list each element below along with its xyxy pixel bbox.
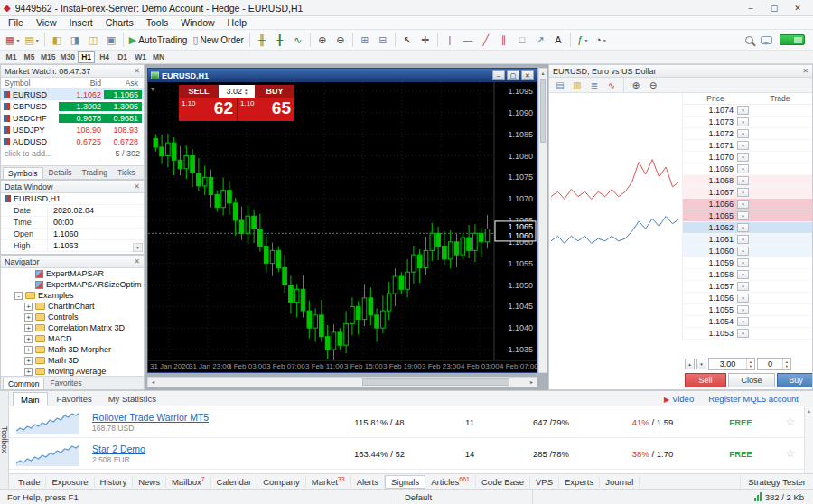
community-chat-icon[interactable] <box>761 36 772 44</box>
volume-down-icon[interactable]: ▾ <box>747 364 754 369</box>
dom-sell-button[interactable]: Sell <box>685 373 726 387</box>
market-watch-tab-ticks[interactable]: Ticks <box>113 167 140 179</box>
tile-windows-button[interactable]: ⊞ <box>356 32 374 49</box>
navigator-toggle-button[interactable]: ◫ <box>84 32 102 49</box>
toolbox-tab-trade[interactable]: Trade <box>13 476 46 488</box>
minimize-button[interactable]: – <box>739 1 762 15</box>
indicators-button[interactable]: ƒ▾ <box>574 32 592 49</box>
dom-price-row[interactable]: 1.1061▾ <box>683 234 812 246</box>
arrows-button[interactable]: ↗ <box>531 32 549 49</box>
toolbox-toggle-button[interactable]: ▣ <box>102 32 120 49</box>
menu-tools[interactable]: Tools <box>140 17 175 28</box>
dom-price-row[interactable]: 1.1054▾ <box>683 316 812 328</box>
tree-expander-icon[interactable]: + <box>24 335 33 343</box>
toolbox-dock-strip[interactable]: Toolbox <box>0 390 9 489</box>
dom-trade-dropdown-icon[interactable]: ▾ <box>737 223 749 232</box>
dom-price-row[interactable]: 1.1073▾ <box>683 117 812 128</box>
one-click-sell-button[interactable]: SELL <box>179 85 219 98</box>
dom-tick-chart-icon[interactable]: ∿ <box>603 79 620 91</box>
dom-price-row[interactable]: 1.1074▾ <box>683 105 812 117</box>
tree-expander-icon[interactable]: + <box>24 324 33 332</box>
one-click-buy-button[interactable]: BUY <box>255 85 294 98</box>
market-watch-tab-trading[interactable]: Trading <box>78 167 113 179</box>
spread-down-icon[interactable]: ▾ <box>245 91 248 95</box>
dom-trade-dropdown-icon[interactable]: ▾ <box>737 317 749 326</box>
dom-price-row[interactable]: 1.1055▾ <box>683 304 812 316</box>
dom-depth-icon[interactable]: ▥ <box>569 79 585 91</box>
toolbox-tab-calendar[interactable]: Calendar <box>211 476 258 488</box>
chart-window-titlebar[interactable]: EURUSD,H1 – ▢ ✕ <box>148 69 537 82</box>
lot-down-button[interactable]: ▾ <box>696 359 706 369</box>
market-watch-row[interactable]: USDCHF0.96780.9681 <box>1 112 144 124</box>
dom-zoom-in-icon[interactable]: ⊕ <box>628 79 644 91</box>
chart-minimize-button[interactable]: – <box>492 70 505 80</box>
stop-down-icon[interactable]: ▾ <box>783 364 790 369</box>
tree-expander-icon[interactable]: + <box>24 303 33 311</box>
dom-price-row[interactable]: 1.1069▾ <box>683 163 812 175</box>
market-watch-row[interactable]: AUDUSD0.67250.6728 <box>1 135 144 147</box>
navigator-item-chartinchart[interactable]: +ChartInChart <box>1 301 144 312</box>
toolbox-vertical-label[interactable]: Toolbox <box>0 426 9 453</box>
new-chart-button[interactable]: ▦▾ <box>3 32 22 49</box>
dom-price-row[interactable]: 1.1059▾ <box>683 257 812 269</box>
dom-price-row[interactable]: 1.1071▾ <box>683 140 812 152</box>
toolbox-tab-market[interactable]: Market33 <box>306 475 351 488</box>
dom-trade-dropdown-icon[interactable]: ▾ <box>737 270 749 279</box>
dom-trade-dropdown-icon[interactable]: ▾ <box>737 188 749 197</box>
signals-tab-my-statistics[interactable]: My Statistics <box>101 392 164 406</box>
add-symbol-label[interactable]: click to add... <box>5 149 52 158</box>
toolbox-tab-code-base[interactable]: Code Base <box>476 476 530 488</box>
toolbox-tab-company[interactable]: Company <box>257 476 306 488</box>
timeframe-m30[interactable]: M30 <box>59 51 78 63</box>
dom-price-row[interactable]: 1.1066▾ <box>683 199 812 210</box>
data-window-toggle-button[interactable]: ◨ <box>66 32 84 49</box>
market-watch-add-row[interactable]: click to add... 5 / 302 <box>1 147 144 159</box>
dom-trade-dropdown-icon[interactable]: ▾ <box>737 294 749 303</box>
dom-tick-chart[interactable] <box>549 93 683 340</box>
sell-price-display[interactable]: 1.10 62 <box>179 98 237 121</box>
signal-name-link[interactable]: Star 2 Demo <box>92 443 321 454</box>
equidistant-channel-button[interactable]: ∥ <box>495 32 513 49</box>
timeframes-menu-button[interactable]: ◔▾ <box>592 32 610 49</box>
arrange-windows-button[interactable]: ⊟ <box>374 32 392 49</box>
navigator-tab-common[interactable]: Common <box>3 378 44 389</box>
text-label-button[interactable]: A <box>549 32 567 49</box>
spread-stepper[interactable]: ▴ ▾ <box>245 88 248 95</box>
volume-field[interactable]: 3.00 ▴ ▾ <box>708 358 755 370</box>
scroll-left-icon[interactable]: ◂ <box>148 378 158 387</box>
timeframe-h4[interactable]: H4 <box>96 51 113 63</box>
dom-price-row[interactable]: 1.1062▾ <box>683 222 812 234</box>
tree-expander-icon[interactable]: + <box>24 368 33 376</box>
dom-price-row[interactable]: 1.1067▾ <box>683 187 812 199</box>
dom-price-row[interactable]: 1.1053▾ <box>683 328 812 340</box>
tree-expander-icon[interactable]: + <box>24 313 33 322</box>
market-watch-toggle-button[interactable]: ◧ <box>48 32 66 49</box>
dom-price-row[interactable]: 1.1057▾ <box>683 281 812 293</box>
toolbox-tab-vps[interactable]: VPS <box>530 476 559 488</box>
menu-view[interactable]: View <box>30 17 63 28</box>
dom-trade-dropdown-icon[interactable]: ▾ <box>737 305 749 314</box>
dom-price-row[interactable]: 1.1056▾ <box>683 293 812 304</box>
navigator-item-macd[interactable]: +MACD <box>1 333 144 344</box>
data-window-scroll-down[interactable]: ▾ <box>133 243 143 252</box>
column-bid[interactable]: Bid <box>59 79 104 88</box>
dom-trade-dropdown-icon[interactable]: ▾ <box>737 176 749 185</box>
dom-trade-dropdown-icon[interactable]: ▾ <box>737 329 749 338</box>
favorite-star-icon[interactable]: ☆ <box>777 415 804 428</box>
menu-charts[interactable]: Charts <box>99 17 140 28</box>
navigator-item-math-3d-morpher[interactable]: +Math 3D Morpher <box>1 344 144 355</box>
one-click-spread-field[interactable]: 3.02 ▴ ▾ <box>219 85 255 98</box>
lot-up-button[interactable]: ▴ <box>685 359 695 369</box>
dom-price-row[interactable]: 1.1070▾ <box>683 152 812 163</box>
tree-expander-icon[interactable]: - <box>14 292 23 300</box>
horizontal-line-button[interactable]: ― <box>459 32 477 49</box>
signals-scrollbar[interactable]: ▴ <box>804 406 813 473</box>
tree-expander-icon[interactable]: + <box>24 357 33 365</box>
trendline-button[interactable]: ╱ <box>477 32 495 49</box>
line-chart-button[interactable]: ∿ <box>289 32 307 49</box>
toolbox-tab-exposure[interactable]: Exposure <box>46 476 94 488</box>
dom-orders-icon[interactable]: ▤ <box>552 79 568 91</box>
volume-stepper[interactable]: ▴ ▾ <box>746 359 754 369</box>
close-button[interactable]: ✕ <box>786 1 809 15</box>
toolbox-tab-journal[interactable]: Journal <box>600 476 640 488</box>
